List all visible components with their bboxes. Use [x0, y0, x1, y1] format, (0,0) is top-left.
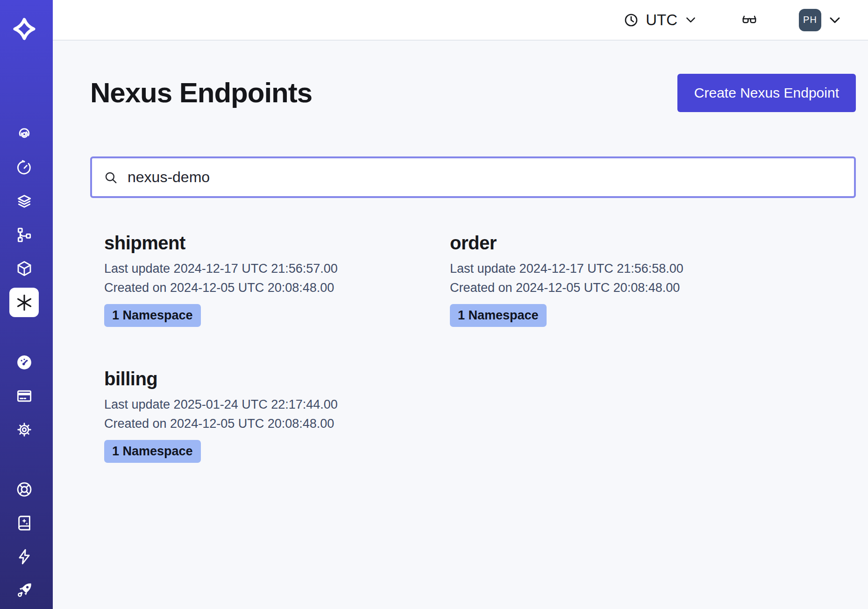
sidebar-item-namespaces[interactable] [0, 125, 49, 143]
page-title: Nexus Endpoints [90, 74, 312, 112]
search-input[interactable] [127, 168, 843, 186]
avatar: PH [799, 9, 821, 31]
sidebar-nav-main [0, 125, 53, 317]
sidebar-item-docs[interactable] [0, 514, 49, 532]
sidebar-item-getting-started[interactable] [0, 581, 49, 599]
nexus-asterisk-icon [15, 293, 34, 312]
temporal-logo-icon [13, 18, 36, 40]
sidebar-item-nexus[interactable] [9, 288, 39, 317]
user-menu[interactable]: PH [796, 8, 845, 32]
cube-icon [15, 260, 33, 277]
spiral-target-icon [15, 125, 33, 143]
labs-toggle-button[interactable] [738, 11, 761, 29]
endpoint-card-order[interactable]: order Last update 2024-12-17 UTC 21:56:5… [450, 232, 796, 327]
sidebar-item-schedules[interactable] [0, 159, 49, 177]
timer-icon [15, 159, 33, 177]
sidebar-item-deployments[interactable] [0, 260, 49, 277]
endpoint-grid: shipment Last update 2024-12-17 UTC 21:5… [90, 232, 856, 463]
endpoint-created: Created on 2024-12-05 UTC 20:08:48.00 [450, 278, 796, 297]
endpoint-meta: Last update 2025-01-24 UTC 22:17:44.00 C… [104, 395, 450, 433]
endpoint-card-shipment[interactable]: shipment Last update 2024-12-17 UTC 21:5… [104, 232, 450, 327]
layers-icon [15, 192, 33, 210]
endpoint-created: Created on 2024-12-05 UTC 20:08:48.00 [104, 414, 450, 433]
chevron-down-icon [684, 14, 697, 26]
lightning-icon [15, 548, 33, 566]
branch-icon [15, 226, 33, 244]
timezone-selector[interactable]: UTC [621, 11, 700, 29]
create-nexus-endpoint-button[interactable]: Create Nexus Endpoint [677, 74, 856, 112]
endpoint-card-billing[interactable]: billing Last update 2025-01-24 UTC 22:17… [104, 368, 450, 463]
sidebar-item-settings[interactable] [0, 421, 49, 439]
sidebar-item-batch[interactable] [0, 192, 49, 210]
endpoint-name[interactable]: order [450, 232, 796, 254]
namespace-badge: 1 Namespace [450, 304, 547, 327]
endpoint-last-update: Last update 2024-12-17 UTC 21:56:58.00 [450, 259, 796, 278]
life-ring-icon [15, 481, 33, 498]
endpoint-last-update: Last update 2025-01-24 UTC 22:17:44.00 [104, 395, 450, 414]
endpoint-search[interactable] [90, 156, 856, 198]
clock-icon [624, 13, 639, 28]
main-content: Nexus Endpoints Create Nexus Endpoint sh… [53, 41, 868, 609]
book-sparkles-icon [15, 514, 33, 532]
sidebar-item-workflows[interactable] [0, 226, 49, 244]
sidebar-nav-footer [0, 481, 53, 609]
sidebar-item-support[interactable] [0, 481, 49, 498]
settings-gear-icon [15, 421, 33, 439]
glasses-icon [741, 12, 758, 28]
namespace-badge: 1 Namespace [104, 440, 201, 463]
rocket-icon [15, 581, 33, 599]
chevron-down-icon [828, 13, 842, 27]
endpoint-meta: Last update 2024-12-17 UTC 21:56:58.00 C… [450, 259, 796, 297]
sidebar-item-shortcuts[interactable] [0, 548, 49, 566]
gauge-icon [15, 354, 33, 371]
topbar: UTC PH [53, 0, 868, 41]
endpoint-last-update: Last update 2024-12-17 UTC 21:56:57.00 [104, 259, 450, 278]
endpoint-name[interactable]: billing [104, 368, 450, 389]
endpoint-created: Created on 2024-12-05 UTC 20:08:48.00 [104, 278, 450, 297]
sidebar-item-usage[interactable] [0, 354, 49, 371]
search-icon [103, 170, 118, 185]
endpoint-name[interactable]: shipment [104, 232, 450, 254]
page-header: Nexus Endpoints Create Nexus Endpoint [90, 74, 856, 112]
sidebar-nav-secondary [0, 354, 53, 454]
credit-card-icon [15, 387, 33, 405]
sidebar-item-billing[interactable] [0, 387, 49, 405]
endpoint-meta: Last update 2024-12-17 UTC 21:56:57.00 C… [104, 259, 450, 297]
timezone-label: UTC [646, 11, 677, 29]
sidebar [0, 0, 53, 609]
temporal-logo[interactable] [0, 18, 49, 40]
namespace-badge: 1 Namespace [104, 304, 201, 327]
